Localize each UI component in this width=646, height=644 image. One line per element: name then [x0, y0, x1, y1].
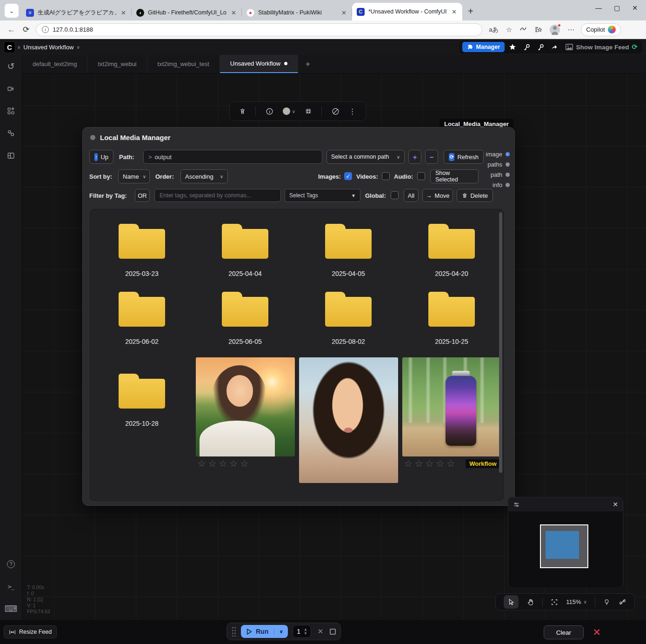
media-scrollbar[interactable] — [499, 212, 502, 473]
model-library-icon[interactable] — [0, 100, 22, 122]
star-rating[interactable]: ☆☆☆☆☆ — [404, 458, 458, 469]
vertical-tabs-button[interactable]: ⌄ — [5, 4, 19, 18]
toggle-theme-icon[interactable] — [603, 598, 610, 606]
cancel-run-icon[interactable]: ✕ — [316, 627, 326, 636]
terminal-icon[interactable]: >_ — [0, 575, 22, 597]
common-path-select[interactable]: Select a common path∨ — [326, 150, 405, 164]
queue-history-icon[interactable]: ↺ — [0, 55, 22, 77]
favorite-star-icon[interactable] — [506, 42, 519, 52]
node-color-picker[interactable]: ∨ — [283, 107, 295, 115]
profile-avatar[interactable] — [550, 25, 560, 35]
image-item[interactable] — [299, 357, 398, 483]
close-feed-button[interactable]: ✕ — [589, 625, 604, 640]
maximize-button[interactable]: ▢ — [614, 4, 620, 12]
show-selected-button[interactable]: Show Selected — [430, 169, 479, 183]
select-all-button[interactable]: All — [404, 189, 419, 202]
browser-tab[interactable]: C*Unsaved Workflow - ComfyUI✕ — [352, 3, 462, 20]
output-port-path[interactable] — [506, 173, 510, 177]
audio-checkbox[interactable] — [417, 172, 425, 180]
resize-feed-button[interactable]: Resize Feed — [4, 625, 57, 638]
thumbnail-galaxy-bottle[interactable] — [402, 357, 501, 456]
site-info-icon[interactable]: i — [42, 26, 49, 33]
minimap-settings-icon[interactable] — [513, 501, 520, 508]
close-tab-icon[interactable]: ✕ — [451, 8, 458, 15]
node-collapse-dot[interactable] — [90, 135, 95, 140]
tags-input[interactable]: Enter tags, separated by commas... — [154, 189, 281, 202]
new-tab-button[interactable]: + — [468, 6, 473, 17]
pan-tool-icon[interactable] — [527, 598, 534, 606]
browser-tab[interactable]: ●StabilityMatrix - PukiWiki✕ — [242, 5, 352, 20]
star-rating[interactable]: ☆☆☆☆☆ — [198, 458, 251, 469]
delete-button[interactable]: Delete — [457, 189, 493, 202]
folder-item[interactable]: 2025-04-05 — [297, 221, 400, 277]
bypass-node-icon[interactable] — [332, 107, 340, 115]
share-icon[interactable] — [548, 42, 560, 52]
workflow-tab[interactable]: txt2img_webui — [87, 55, 147, 73]
output-port-info[interactable] — [506, 183, 510, 187]
add-path-button[interactable]: + — [408, 150, 421, 164]
or-toggle-button[interactable]: OR — [135, 189, 150, 202]
browser-tab[interactable]: ◖GitHub - Firetheft/ComfyUI_Local✕ — [132, 5, 242, 20]
path-input[interactable]: > output — [143, 150, 322, 164]
extension-icon-1[interactable] — [520, 42, 533, 52]
select-tool-icon[interactable] — [504, 595, 519, 609]
folder-item[interactable]: 2025-04-04 — [193, 221, 297, 277]
delete-node-icon[interactable] — [239, 107, 246, 115]
videos-checkbox[interactable] — [382, 172, 390, 180]
minimap-view[interactable] — [508, 511, 623, 587]
workflow-title[interactable]: Unsaved Workflow∨ — [23, 44, 80, 51]
close-tab-icon[interactable]: ✕ — [340, 9, 347, 16]
logo-menu-caret-icon[interactable]: ∨ — [17, 45, 20, 50]
run-button[interactable]: Run ∨ — [241, 625, 288, 638]
fit-view-icon[interactable] — [551, 598, 558, 606]
keyboard-shortcuts-icon[interactable]: ⌨ — [0, 597, 22, 620]
zoom-level-dropdown[interactable]: 115%∨ — [566, 598, 587, 605]
extension-icon-2[interactable] — [534, 42, 546, 52]
workflow-badge[interactable]: Workflow — [466, 459, 500, 468]
node-library-icon[interactable] — [0, 77, 22, 100]
step-down-icon[interactable]: ∨ — [304, 631, 307, 635]
clear-button[interactable]: Clear — [544, 625, 584, 639]
select-tags-dropdown[interactable]: Select Tags▼ — [285, 189, 360, 202]
folder-item[interactable]: 2025-10-25 — [400, 289, 503, 345]
workflows-icon[interactable] — [0, 122, 22, 144]
browser-essentials-icon[interactable] — [519, 26, 527, 34]
image-item[interactable]: ☆☆☆☆☆Workflow — [402, 357, 501, 470]
copilot-button[interactable]: Copilot — [581, 23, 620, 36]
workflow-tab[interactable]: Unsaved Workflow — [220, 55, 298, 73]
close-tab-icon[interactable]: ✕ — [120, 9, 127, 16]
images-checkbox[interactable]: ✓ — [344, 172, 352, 180]
stop-icon[interactable] — [330, 629, 336, 635]
node-menu-icon[interactable]: ⋮ — [349, 107, 356, 116]
browser-tab[interactable]: ≡生成AIグラビアをグラビアカメラマンが作✕ — [21, 5, 132, 20]
close-window-button[interactable]: ✕ — [632, 4, 638, 12]
refresh-button[interactable]: ⟳ Refresh — [444, 150, 484, 164]
translate-icon[interactable]: aあ — [489, 26, 499, 34]
workflow-tab[interactable]: txt2img_webui_test — [147, 55, 220, 73]
minimize-button[interactable]: — — [595, 4, 602, 12]
refresh-icon[interactable]: ⟳ — [23, 25, 29, 34]
up-button[interactable]: ↑ Up — [89, 150, 113, 164]
minimap-close-icon[interactable]: ✕ — [613, 501, 618, 508]
output-port-image[interactable] — [506, 152, 510, 156]
manager-button[interactable]: Manager — [462, 42, 505, 52]
order-select[interactable]: Ascending∨ — [180, 169, 228, 183]
collapse-node-icon[interactable] — [305, 107, 312, 115]
address-bar[interactable]: i 127.0.0.1:8188 — [36, 23, 482, 36]
output-port-paths[interactable] — [506, 162, 510, 167]
back-icon[interactable]: ← — [7, 25, 15, 34]
add-workflow-tab-button[interactable]: + — [298, 55, 318, 73]
toggle-links-icon[interactable] — [619, 598, 626, 606]
image-item[interactable]: ☆☆☆☆☆ — [196, 357, 295, 470]
close-tab-icon[interactable]: ✕ — [230, 9, 237, 16]
feed-refresh-icon[interactable]: ⟳ — [632, 43, 638, 51]
remove-path-button[interactable]: − — [425, 150, 438, 164]
batch-count-stepper[interactable]: 1 ∧∨ — [293, 625, 311, 638]
collections-icon[interactable] — [534, 26, 542, 34]
sort-select[interactable]: Name∨ — [118, 169, 150, 183]
help-icon[interactable]: ? — [0, 553, 22, 575]
move-button[interactable]: →Move — [422, 189, 453, 202]
drag-handle[interactable] — [232, 626, 236, 637]
more-icon[interactable]: ⋯ — [567, 26, 574, 34]
show-image-feed-button[interactable]: Show Image Feed ⟳ — [561, 40, 642, 54]
